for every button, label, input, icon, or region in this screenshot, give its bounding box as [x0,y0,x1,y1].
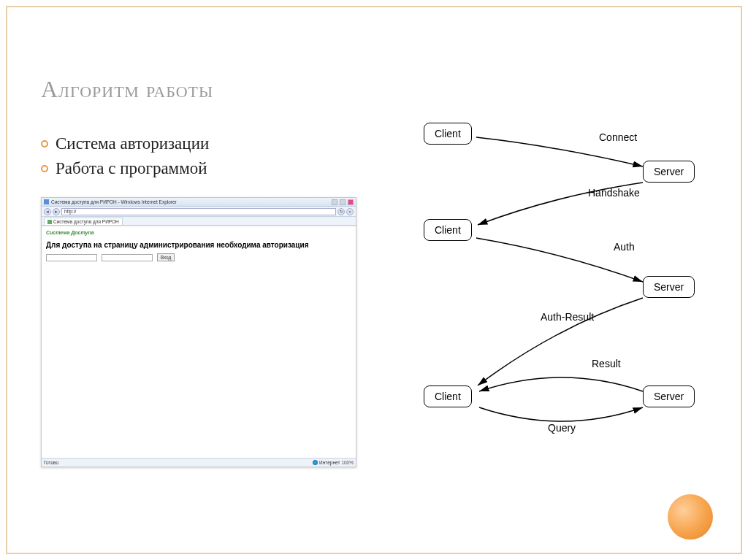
status-right: Интернет 100% [313,460,354,465]
internet-icon [313,460,318,465]
bullet-icon [41,165,48,172]
login-form: Вход [43,252,354,263]
zoom-level: 100% [341,460,354,465]
browser-tab[interactable]: Система доступа для РИРОН [44,218,123,225]
bullet-item: Система авторизации [41,134,209,153]
window-favicon-icon [44,199,49,204]
edge-result: Result [592,358,621,369]
login-button-label: Вход [161,255,172,260]
node-client-2: Client [424,219,472,241]
browser-screenshot: Система доступа для РИРОН - Windows Inte… [41,197,356,467]
browser-content: Система Доступа Для доступа на страницу … [42,226,356,458]
stop-button[interactable]: × [346,208,354,215]
window-title: Система доступа для РИРОН - Windows Inte… [51,199,329,204]
password-input[interactable] [102,254,153,261]
minimize-button[interactable] [332,199,337,205]
edge-query: Query [548,422,576,434]
address-bar-row: ◄ ► http:// ↻ × [42,207,356,217]
browser-titlebar: Система доступа для РИРОН - Windows Inte… [42,198,356,207]
bullet-item: Работа с программой [41,159,209,178]
bullet-list: Система авторизации Работа с программой [41,134,209,184]
node-client-1: Client [424,123,472,145]
tab-favicon-icon [47,220,52,224]
browser-statusbar: Готово Интернет 100% [42,458,356,467]
bullet-icon [41,140,48,147]
tab-label: Система доступа для РИРОН [53,219,119,224]
login-button[interactable]: Вход [157,253,175,261]
sequence-diagram: Client Server Client Server Client Serve… [409,115,723,451]
slide-title: Алгоритм работы [41,76,213,103]
url-text: http:// [64,209,76,214]
maximize-button[interactable] [340,199,346,205]
edge-auth-result: Auth-Result [541,311,594,323]
accent-circle-icon [668,494,713,540]
username-input[interactable] [46,254,97,261]
tab-strip: Система доступа для РИРОН [42,217,356,226]
back-button[interactable]: ◄ [44,208,51,215]
edge-handshake: Handshake [588,187,640,199]
node-client-3: Client [424,386,472,407]
page-header: Система Доступа [43,228,354,237]
status-done: Готово [44,460,58,465]
auth-message: Для доступа на страницу администрировани… [43,237,354,252]
edge-auth: Auth [614,241,635,253]
refresh-button[interactable]: ↻ [337,208,345,215]
node-server-2: Server [643,276,695,298]
url-input[interactable]: http:// [61,208,336,215]
edge-connect: Connect [599,131,637,143]
node-server-1: Server [643,161,695,183]
bullet-text: Система авторизации [56,134,209,153]
bullet-text: Работа с программой [56,159,207,178]
node-server-3: Server [643,386,695,407]
status-mode: Интернет [319,460,340,465]
forward-button[interactable]: ► [53,208,60,215]
close-button[interactable] [348,199,354,205]
